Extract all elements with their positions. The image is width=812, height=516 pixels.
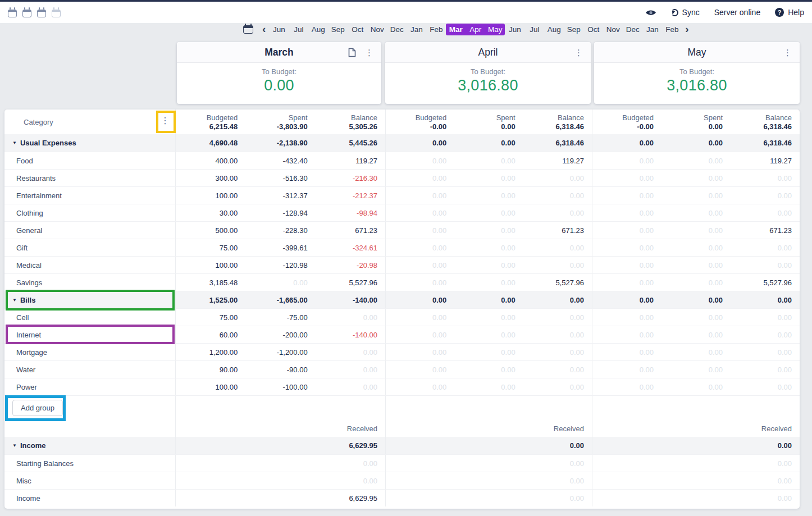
spent-cell[interactable]: 0.00: [245, 278, 315, 287]
four-month-view-icon[interactable]: [52, 10, 61, 17]
nav-month-jan[interactable]: Jan: [642, 24, 662, 35]
nav-month-nov[interactable]: Nov: [367, 24, 387, 35]
received-cell[interactable]: 0.00: [592, 459, 800, 468]
budgeted-cell[interactable]: 90.00: [176, 366, 245, 374]
spent-cell[interactable]: 0.00: [454, 244, 523, 252]
category-menu-icon[interactable]: ⋮: [161, 116, 170, 125]
spent-cell[interactable]: 0.00: [454, 331, 523, 339]
category-label[interactable]: Water: [4, 366, 35, 374]
received-cell[interactable]: 0.00: [592, 477, 800, 485]
category-label[interactable]: General: [4, 226, 42, 235]
spent-cell[interactable]: 0.00: [454, 157, 523, 165]
budgeted-cell[interactable]: 0.00: [592, 157, 662, 165]
nav-month-may[interactable]: May: [485, 24, 505, 35]
collapse-triangle-icon[interactable]: ▼: [12, 443, 17, 448]
budgeted-cell[interactable]: 0.00: [592, 261, 662, 270]
spent-cell[interactable]: 0.00: [662, 174, 731, 182]
budgeted-cell[interactable]: 0.00: [592, 209, 662, 217]
calendar-icon-button[interactable]: [243, 25, 253, 34]
spent-cell[interactable]: -200.00: [245, 331, 315, 339]
budgeted-cell[interactable]: 0.00: [386, 383, 454, 391]
nav-month-feb[interactable]: Feb: [662, 24, 682, 35]
spent-cell[interactable]: -128.94: [245, 209, 315, 217]
collapse-triangle-icon[interactable]: ▼: [12, 298, 17, 303]
balance-cell[interactable]: -20.98: [316, 261, 385, 270]
budgeted-cell[interactable]: 0.00: [592, 174, 662, 182]
balance-cell[interactable]: 0.00: [731, 331, 800, 339]
nav-month-feb[interactable]: Feb: [426, 24, 446, 35]
spent-cell[interactable]: -75.00: [245, 313, 315, 322]
balance-cell[interactable]: 119.27: [523, 157, 592, 165]
chevron-left-icon[interactable]: ‹: [262, 24, 266, 34]
budgeted-cell[interactable]: 0.00: [592, 278, 662, 287]
balance-cell[interactable]: -140.00: [316, 331, 385, 339]
budgeted-cell[interactable]: 0.00: [386, 244, 454, 252]
privacy-eye-button[interactable]: [645, 9, 656, 16]
balance-cell[interactable]: 0.00: [523, 331, 592, 339]
nav-month-dec[interactable]: Dec: [623, 24, 642, 35]
budgeted-cell[interactable]: 100.00: [176, 383, 245, 391]
budgeted-cell[interactable]: 0.00: [386, 209, 454, 217]
spent-cell[interactable]: 0.00: [662, 261, 731, 270]
balance-cell[interactable]: 0.00: [523, 209, 592, 217]
budgeted-cell[interactable]: 0.00: [386, 226, 454, 235]
balance-cell[interactable]: 0.00: [731, 366, 800, 374]
spent-cell[interactable]: -1,200.00: [245, 348, 315, 357]
spent-cell[interactable]: 0.00: [662, 383, 731, 391]
nav-month-mar[interactable]: Mar: [446, 24, 466, 35]
budgeted-cell[interactable]: 0.00: [592, 383, 662, 391]
budgeted-cell[interactable]: 0.00: [386, 191, 454, 200]
budgeted-cell[interactable]: 300.00: [176, 174, 245, 182]
balance-cell[interactable]: 671.23: [316, 226, 385, 235]
group-label[interactable]: Income: [20, 441, 46, 450]
category-label[interactable]: Starting Balances: [4, 459, 74, 468]
category-label[interactable]: Medical: [4, 261, 42, 270]
spent-cell[interactable]: 0.00: [454, 348, 523, 357]
category-label[interactable]: Power: [4, 383, 37, 391]
spent-cell[interactable]: 0.00: [662, 348, 731, 357]
sync-button[interactable]: Sync: [671, 8, 700, 17]
spent-cell[interactable]: 0.00: [454, 226, 523, 235]
month-notes-icon[interactable]: [348, 48, 356, 57]
balance-cell[interactable]: 0.00: [316, 313, 385, 322]
spent-cell[interactable]: -399.61: [245, 244, 315, 252]
spent-cell[interactable]: 0.00: [662, 366, 731, 374]
budgeted-cell[interactable]: 0.00: [386, 261, 454, 270]
add-group-button[interactable]: Add group: [12, 400, 63, 416]
received-cell[interactable]: 0.00: [386, 477, 592, 485]
balance-cell[interactable]: 0.00: [731, 383, 800, 391]
nav-month-jul[interactable]: Jul: [289, 24, 308, 35]
budgeted-cell[interactable]: 75.00: [176, 313, 245, 322]
nav-month-jan[interactable]: Jan: [407, 24, 426, 35]
received-cell[interactable]: 0.00: [386, 494, 592, 503]
spent-cell[interactable]: 0.00: [454, 261, 523, 270]
balance-cell[interactable]: 119.27: [316, 157, 385, 165]
budgeted-cell[interactable]: 0.00: [386, 366, 454, 374]
spent-cell[interactable]: -90.00: [245, 366, 315, 374]
balance-cell[interactable]: 5,527.96: [316, 278, 385, 287]
nav-month-sep[interactable]: Sep: [564, 24, 583, 35]
spent-cell[interactable]: -228.30: [245, 226, 315, 235]
spent-cell[interactable]: 0.00: [662, 244, 731, 252]
balance-cell[interactable]: 119.27: [731, 157, 800, 165]
month-menu-icon[interactable]: ⋮: [574, 48, 583, 57]
balance-cell[interactable]: 0.00: [523, 191, 592, 200]
budgeted-cell[interactable]: 100.00: [176, 261, 245, 270]
category-label[interactable]: Savings: [4, 278, 42, 287]
group-label[interactable]: Bills: [20, 296, 35, 304]
spent-cell[interactable]: -120.98: [245, 261, 315, 270]
received-cell[interactable]: 0.00: [176, 477, 385, 485]
balance-cell[interactable]: 0.00: [316, 348, 385, 357]
balance-cell[interactable]: 0.00: [731, 313, 800, 322]
balance-cell[interactable]: -216.30: [316, 174, 385, 182]
two-month-view-icon[interactable]: [22, 10, 31, 17]
budgeted-cell[interactable]: 0.00: [592, 313, 662, 322]
budgeted-cell[interactable]: 0.00: [386, 174, 454, 182]
category-label[interactable]: Clothing: [4, 209, 43, 217]
spent-cell[interactable]: -312.37: [245, 191, 315, 200]
nav-month-aug[interactable]: Aug: [308, 24, 328, 35]
budgeted-cell[interactable]: 0.00: [386, 348, 454, 357]
spent-cell[interactable]: 0.00: [454, 174, 523, 182]
budgeted-cell[interactable]: 0.00: [386, 313, 454, 322]
category-label[interactable]: Cell: [4, 313, 29, 322]
